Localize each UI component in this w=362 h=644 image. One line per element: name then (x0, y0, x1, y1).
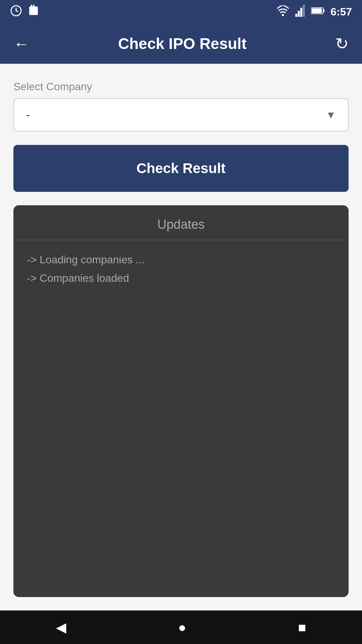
svg-rect-2 (31, 5, 32, 7)
status-time: 6:57 (330, 6, 352, 18)
bottom-nav: ◀ ● ■ (0, 610, 362, 644)
select-company-label: Select Company (13, 80, 349, 93)
nav-back-button[interactable]: ◀ (56, 620, 66, 635)
status-bar-right: 6:57 (276, 5, 352, 19)
svg-rect-5 (295, 14, 297, 17)
sdcard-icon (28, 5, 39, 19)
update-line-2: -> Companies loaded (27, 272, 335, 284)
check-result-button[interactable]: Check Result (13, 145, 349, 192)
chevron-down-icon: ▼ (326, 109, 336, 121)
company-select[interactable]: - ▼ (13, 98, 349, 131)
svg-rect-1 (29, 6, 38, 15)
nav-home-button[interactable]: ● (178, 620, 186, 635)
page-title: Check IPO Result (40, 35, 325, 53)
back-button[interactable]: ← (13, 35, 29, 53)
svg-rect-6 (298, 11, 300, 17)
updates-title: Updates (13, 205, 349, 240)
updates-section: Updates -> Loading companies ... -> Comp… (13, 205, 349, 597)
select-value: - (26, 108, 30, 121)
clock-icon (10, 5, 22, 19)
signal-icon (295, 5, 306, 19)
refresh-button[interactable]: ↻ (335, 34, 349, 53)
updates-body: -> Loading companies ... -> Companies lo… (13, 250, 349, 298)
svg-rect-3 (33, 5, 35, 7)
status-bar-left (10, 5, 39, 19)
wifi-icon (276, 5, 290, 18)
form-section: Select Company - ▼ (13, 80, 349, 131)
nav-recents-button[interactable]: ■ (298, 620, 306, 635)
svg-point-4 (282, 14, 284, 16)
svg-rect-8 (303, 5, 305, 17)
svg-rect-7 (300, 8, 302, 17)
main-content: Select Company - ▼ Check Result Updates … (0, 64, 362, 610)
updates-divider (13, 240, 349, 240)
svg-rect-10 (323, 9, 324, 12)
app-bar: ← Check IPO Result ↻ (0, 23, 362, 64)
status-bar: 6:57 (0, 0, 362, 23)
update-line-1: -> Loading companies ... (27, 254, 335, 266)
battery-icon (311, 6, 325, 18)
svg-rect-11 (312, 8, 322, 13)
